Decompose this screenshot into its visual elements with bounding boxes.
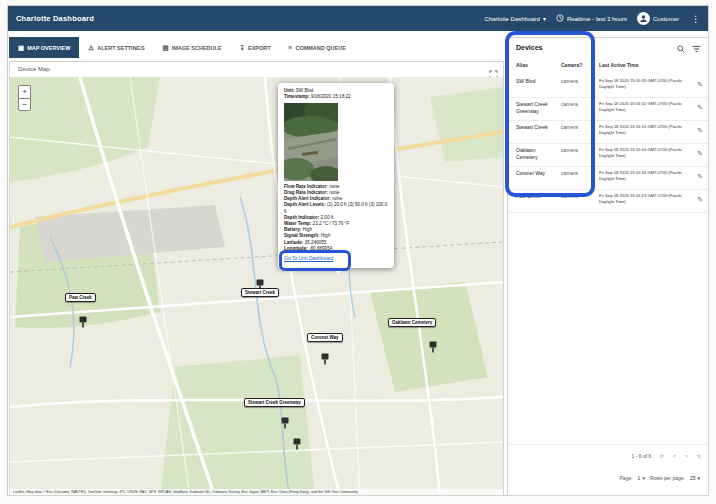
camera-snapshot-image [284,103,338,181]
map-canvas[interactable]: + − Paw Creek Stewart Creek Coronet Way … [10,77,503,495]
edit-pencil-icon[interactable]: ✎ [697,196,703,204]
map-icon: ▣ [18,44,24,52]
tab-alert-settings[interactable]: ⚠ ALERT SETTINGS [79,37,153,58]
devices-panel: Devices Alias Camera? Last Active Time S… [507,37,709,496]
map-attribution: Leaflet | Map data © Esri, DeLorme, NAVT… [10,489,503,495]
device-alias: SW Blvd [516,78,558,85]
device-last-active: Fri Sep 18 2020 15:16:16 GMT-0700 (Pacif… [599,147,695,158]
map-label-oaklawn-cemetery[interactable]: Oaklawn Cemetery [388,318,436,327]
alert-icon: ⚠ [88,44,94,52]
device-marker[interactable] [321,351,329,369]
zoom-in-button[interactable]: + [18,85,31,98]
tab-label: ALERT SETTINGS [97,45,144,51]
edit-pencil-icon[interactable]: ✎ [697,127,703,135]
page-select[interactable]: 1 ▾ [638,475,645,481]
zoom-out-button[interactable]: − [18,98,31,111]
first-page-icon[interactable]: |< [660,453,664,459]
dashboard-selector-label: Charlotte Dashboard [485,16,540,22]
map-label-coronet-way[interactable]: Coronet Way [307,333,343,342]
field-label: Depth Indicator: [284,215,319,220]
edit-pencil-icon[interactable]: ✎ [697,81,703,89]
device-camera: camera [561,147,597,153]
prev-page-icon[interactable]: < [673,453,676,459]
tab-label: IMAGE SCHEDULE [172,45,222,51]
dashboard-selector[interactable]: Charlotte Dashboard ▾ [485,15,546,22]
map-label-stewart-creek[interactable]: Stewart Creek [241,288,279,297]
user-label: Customer [653,16,679,22]
field-value: 23.2 °C / 73.76 °F [313,221,350,226]
image-icon: ▤ [163,44,169,52]
device-camera: camera [561,170,597,176]
device-map-panel: Device Map [9,61,504,496]
tab-command-queue[interactable]: ≡ COMMAND QUEUE [280,37,355,58]
chevron-down-icon: ▾ [642,475,645,481]
search-icon[interactable] [677,45,685,53]
device-last-active: Fri Sep 18 2020 15:16:35 GMT-0700 (Pacif… [599,78,695,89]
devices-table-header: Alias Camera? Last Active Time [508,62,708,74]
field-label: Water Temp: [284,221,311,226]
device-marker[interactable] [281,415,289,433]
overflow-menu-icon[interactable]: ⋮ [689,14,702,24]
field-value: High [303,227,312,232]
avatar [637,12,650,25]
go-to-unit-dashboard-link[interactable]: Go To Unit Dashboard [284,255,333,261]
popup-unit-label: Unit: [284,88,294,93]
device-alias: Stewart Creek [516,124,558,131]
unit-popup: Unit: SW Blvd Timestamp: 9/18/2020 15:18… [278,83,394,268]
filter-list-icon[interactable] [692,45,701,53]
field-value: 2.00 ft [321,215,334,220]
device-last-active: Fri Sep 18 2020 15:16:23 GMT-0700 (Pacif… [599,193,695,204]
table-row[interactable]: Paw Creek camera Fri Sep 18 2020 15:16:2… [508,190,708,213]
field-value: -80.889954 [309,246,332,251]
tab-image-schedule[interactable]: ▤ IMAGE SCHEDULE [154,37,231,58]
device-marker[interactable] [429,339,437,357]
page-select-value: 1 [638,475,641,481]
pagination-summary: 1 - 6 of 6 |< < > >| [632,453,700,459]
app-title: Charlotte Dashboard [16,6,94,31]
device-marker[interactable] [79,314,87,332]
edit-pencil-icon[interactable]: ✎ [697,104,703,112]
popup-timestamp-value: 9/18/2020 15:18:22 [311,94,351,99]
device-last-active: Fri Sep 18 2020 15:16:16 GMT-0700 (Pacif… [599,124,695,135]
top-bar: Charlotte Dashboard Charlotte Dashboard … [8,6,708,31]
top-bar-right: Charlotte Dashboard ▾ Realtime - last 3 … [485,6,702,31]
field-label: Longitude: [284,246,308,251]
table-row[interactable]: Stewart Creek camera Fri Sep 18 2020 15:… [508,121,708,144]
device-camera: camera [561,101,597,107]
field-label: Flow Rate Indicator: [284,184,328,189]
column-alias: Alias [516,62,558,68]
field-label: Battery: [284,227,301,232]
edit-pencil-icon[interactable]: ✎ [697,173,703,181]
device-last-active: Fri Sep 18 2020 15:16:32 GMT-0700 (Pacif… [599,101,695,112]
time-range-label: Realtime - last 3 hours [567,16,627,22]
tab-map-overview[interactable]: ▣ MAP OVERVIEW [9,37,79,58]
column-camera: Camera? [561,62,597,68]
next-page-icon[interactable]: > [685,453,688,459]
tab-export[interactable]: ↧ EXPORT [231,37,280,58]
edit-pencil-icon[interactable]: ✎ [697,150,703,158]
rows-per-page-select[interactable]: 25 ▾ [690,475,700,481]
devices-title: Devices [516,44,542,51]
chevron-down-icon: ▾ [543,15,546,22]
device-marker[interactable] [293,436,301,454]
device-camera: camera [561,78,597,84]
table-row[interactable]: Oaklawn Cemetery camera Fri Sep 18 2020 … [508,144,708,167]
table-row[interactable]: Coronet Way camera Fri Sep 18 2020 15:16… [508,167,708,190]
devices-table-body: SW Blvd camera Fri Sep 18 2020 15:16:35 … [508,75,708,213]
table-row[interactable]: SW Blvd camera Fri Sep 18 2020 15:16:35 … [508,75,708,98]
popup-timestamp-line: Timestamp: 9/18/2020 15:18:22 [284,94,388,100]
map-label-paw-creek[interactable]: Paw Creek [65,293,96,302]
last-page-icon[interactable]: >| [696,453,700,459]
field-value: none [329,190,339,195]
rows-per-page-value: 25 [690,475,696,481]
rows-per-page-label: Rows per page: [650,475,685,481]
map-label-stewart-creek-greenway[interactable]: Stewart Creek Greenway [244,398,305,407]
chevron-down-icon: ▾ [697,475,700,481]
table-row[interactable]: Stewart Creek Greenway camera Fri Sep 18… [508,98,708,121]
tab-label: EXPORT [248,45,271,51]
user-menu[interactable]: Customer [637,12,679,25]
time-range-selector[interactable]: Realtime - last 3 hours [556,14,627,23]
field-label: Latitude: [284,240,303,245]
field-label: Drag Rate Indicator: [284,190,328,195]
tab-label: COMMAND QUEUE [295,45,345,51]
